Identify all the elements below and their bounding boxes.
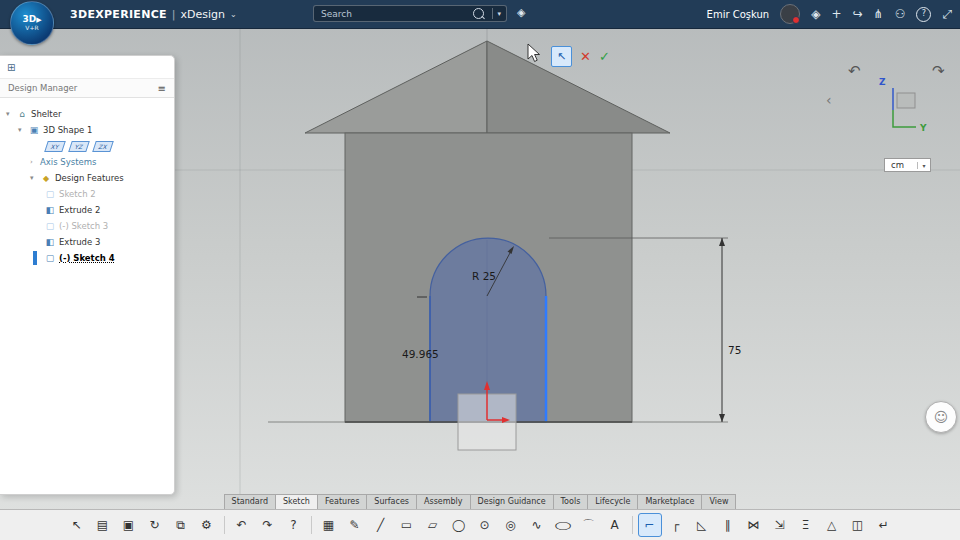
tab-assembly[interactable]: Assembly [416,494,470,510]
rectangle-icon[interactable]: ▭ [395,513,419,537]
text-icon[interactable]: A [603,513,627,537]
radius-dimension-label[interactable]: R 25 [472,270,496,282]
rotate-view-right-button[interactable]: ↷ [932,62,945,80]
plane-xy-icon[interactable]: XY [44,141,66,152]
panel-menu-icon[interactable]: ≡ [158,83,174,94]
global-search[interactable]: ▾ [313,5,507,22]
update-icon[interactable]: ↻ [143,513,167,537]
center-circle-icon[interactable]: ⊙ [473,513,497,537]
invite-user-icon[interactable]: ⚇ [895,8,906,20]
mirror-icon[interactable]: ⋈ [742,513,766,537]
tab-surfaces[interactable]: Surfaces [366,494,416,510]
sketch-pencil-icon[interactable]: ✎ [343,513,367,537]
corner-icon[interactable]: ┌ [664,513,688,537]
save-icon[interactable]: ▣ [117,513,141,537]
line-icon[interactable]: ╱ [369,513,393,537]
add-content-icon[interactable]: + [831,8,841,20]
rotate-view-left-button[interactable]: ↶ [848,62,861,80]
toolbar-separator [311,516,312,534]
select-tool-icon[interactable]: ↖ [65,513,89,537]
help-icon[interactable]: ? [282,513,306,537]
copy-icon[interactable]: ⧉ [169,513,193,537]
compass-icon[interactable]: ◈ [811,8,820,20]
confirm-sketch-button[interactable]: ✓ [599,49,610,64]
redo-icon[interactable]: ↷ [256,513,280,537]
tab-sketch[interactable]: Sketch [275,494,317,510]
circle-icon[interactable]: ◯ [447,513,471,537]
tag-icon[interactable]: ◈ [517,6,525,19]
ellipse-icon[interactable]: ◯ [548,517,578,533]
power-trim-icon[interactable]: ⌐ [638,513,662,537]
triangle-icon[interactable]: △ [820,513,844,537]
help-icon[interactable]: ? [916,7,931,22]
project-icon[interactable]: ⇲ [768,513,792,537]
grid-icon[interactable]: ▦ [317,513,341,537]
settings-gear-icon[interactable]: ⚙ [195,513,219,537]
tree-item-design-features[interactable]: ▾ ◆ Design Features [0,170,174,186]
spline-icon[interactable]: ∿ [525,513,549,537]
tree-item-extrude-2[interactable]: ◧ Extrude 2 [0,202,174,218]
tree-item-extrude-3[interactable]: ◧ Extrude 3 [0,234,174,250]
exit-sketch-icon[interactable]: ↵ [872,513,896,537]
tree-item-axis-systems[interactable]: › Axis Systems [0,154,174,170]
paste-icon[interactable]: ▤ [91,513,115,537]
search-options-caret-icon[interactable]: ▾ [497,10,501,18]
tab-marketplace[interactable]: Marketplace [637,494,701,510]
undo-icon[interactable]: ↶ [230,513,254,537]
width-dimension-label[interactable]: 49.965 [402,348,439,360]
tree-item-label: Extrude 3 [59,237,100,247]
sketch-action-toolbar: ↖ ✕ ✓ [551,46,610,67]
plane-yz-icon[interactable]: YZ [68,141,90,152]
plane-zx-icon[interactable]: ZX [92,141,114,152]
cancel-sketch-button[interactable]: ✕ [580,49,591,64]
tab-standard[interactable]: Standard [224,494,275,510]
app-menu-caret-icon[interactable]: ⌄ [230,10,237,19]
user-avatar[interactable] [780,4,800,24]
panel-flag-icon[interactable]: ⊞ [7,62,15,73]
tab-features[interactable]: Features [317,494,366,510]
search-icon[interactable] [473,8,484,19]
sketch-toolbar: ↖ ▤ ▣ ↻ ⧉ ⚙ ↶ ↷ ? ▦ ✎ ╱ ▭ ▱ ◯ ⊙ ◎ ∿ ◯ ⌒ … [0,509,960,540]
fullscreen-icon[interactable]: ⤢ [942,8,952,20]
share-icon[interactable]: ↪ [853,8,863,20]
tab-tools[interactable]: Tools [553,494,588,510]
tree-item-shelter[interactable]: ▾ ⌂ Shelter [0,106,174,122]
height-dimension-label[interactable]: 75 [728,344,741,356]
parallelogram-icon[interactable]: ▱ [421,513,445,537]
offset-icon[interactable]: ∥ [716,513,740,537]
expand-caret-icon[interactable]: ▾ [18,126,28,134]
share-network-icon[interactable]: ⋔ [874,8,884,20]
tab-design-guidance[interactable]: Design Guidance [470,494,553,510]
panel-title: Design Manager [0,83,77,93]
app-name[interactable]: xDesign [181,8,226,21]
search-input[interactable] [319,8,471,20]
tree-item-sketch-4[interactable]: ▢ (-) Sketch 4 [0,250,174,266]
tab-view[interactable]: View [701,494,736,510]
3ds-logo[interactable]: 3D▶ V+R [10,1,54,45]
tab-lifecycle[interactable]: Lifecycle [587,494,637,510]
assistant-button[interactable]: ☺ [925,401,957,433]
constraints-icon[interactable]: Ξ [794,513,818,537]
extrude-icon: ◧ [44,237,56,247]
units-selector[interactable]: cm ▾ [884,158,931,172]
tree-item-sketch-3[interactable]: ▢ (-) Sketch 3 [0,218,174,234]
extrude-profile-icon[interactable]: ◫ [846,513,870,537]
collapse-panel-chevron-icon[interactable]: ‹ [826,92,832,108]
collapsed-caret-icon[interactable]: › [30,158,40,166]
roof-left-face[interactable] [305,41,487,133]
arc-icon[interactable]: ⌒ [577,513,601,537]
chamfer-icon[interactable]: ◺ [690,513,714,537]
units-caret-icon[interactable]: ▾ [917,162,930,169]
tree-item-label: (-) Sketch 3 [59,221,108,231]
user-name[interactable]: Emir Coşkun [707,9,770,20]
brand-divider: | [172,8,176,21]
pointer-tool-button[interactable]: ↖ [551,46,572,67]
axis-y-label[interactable]: Y [919,123,927,133]
tree-item-sketch-2[interactable]: ▢ Sketch 2 [0,186,174,202]
expand-caret-icon[interactable]: ▾ [30,174,40,182]
concentric-circle-icon[interactable]: ◎ [499,513,523,537]
axis-z-label[interactable]: Z [879,77,886,87]
view-cube-face[interactable] [897,93,915,108]
expand-caret-icon[interactable]: ▾ [6,110,16,118]
tree-item-3d-shape-1[interactable]: ▾ ▣ 3D Shape 1 [0,122,174,138]
